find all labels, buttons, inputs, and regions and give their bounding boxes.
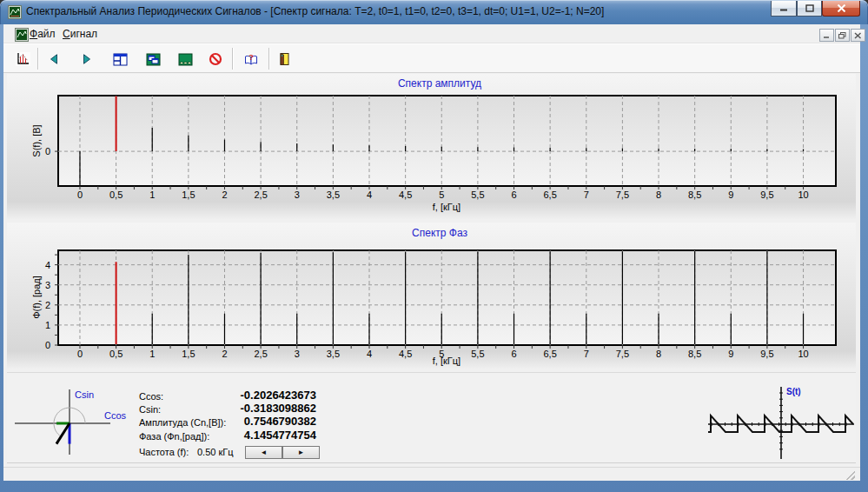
amplitude-x-axis-title: f, [кГц] bbox=[433, 202, 461, 212]
phasor-csin-label: Csin bbox=[75, 389, 94, 400]
minimize-windows-icon bbox=[178, 53, 193, 66]
menu-bar bbox=[3, 24, 860, 43]
stop-button[interactable] bbox=[205, 49, 226, 70]
toolbar bbox=[3, 43, 860, 73]
phase-y-axis-title: Ф(f), [рад] bbox=[31, 276, 42, 319]
menu-signal-hotkey: С bbox=[63, 28, 70, 40]
tile-windows-icon bbox=[113, 53, 128, 66]
x-tick-label: 8 bbox=[656, 189, 661, 200]
menu-file-hotkey: Ф bbox=[30, 28, 37, 40]
x-tick-label: 6,5 bbox=[543, 349, 556, 359]
menu-signal-label: игнал bbox=[70, 28, 97, 40]
menu-signal[interactable]: Сигнал bbox=[57, 26, 103, 42]
next-harmonic-icon bbox=[81, 53, 93, 65]
mdi-restore-button[interactable] bbox=[835, 29, 850, 42]
x-tick-label: 0 bbox=[77, 189, 83, 200]
x-tick-label: 1,5 bbox=[182, 189, 195, 200]
cascade-windows-icon bbox=[146, 53, 161, 66]
menu-file-label: айл bbox=[37, 28, 55, 40]
prev-harmonic-button[interactable] bbox=[43, 49, 64, 70]
application-window: Спектральный Анализ Периодических Сигнал… bbox=[0, 0, 868, 492]
waveform-label: S(t) bbox=[786, 387, 801, 396]
ccos-value: -0.2026423673 bbox=[209, 389, 316, 402]
x-tick-label: 6 bbox=[511, 349, 516, 359]
minimize-windows-button[interactable] bbox=[175, 49, 195, 70]
help-button[interactable]: ? bbox=[241, 49, 262, 70]
x-tick-label: 7 bbox=[584, 349, 589, 359]
x-tick-label: 8 bbox=[656, 349, 661, 359]
prev-harmonic-icon bbox=[48, 53, 60, 65]
amplitude-chart-title: Спектр амплитуд bbox=[398, 77, 481, 90]
prev-frequency-button[interactable]: ◄ bbox=[245, 446, 282, 459]
maximize-button[interactable] bbox=[797, 1, 822, 17]
maximize-icon bbox=[805, 4, 814, 12]
phase-label: Фаза (Фn,[рад]): bbox=[139, 431, 209, 442]
amplitude-value: 0.7546790382 bbox=[209, 415, 316, 428]
frequency-value: 0.50 кГц bbox=[197, 447, 234, 457]
csin-label: Csin: bbox=[139, 404, 161, 415]
x-tick-label: 3 bbox=[295, 349, 300, 359]
tile-windows-button[interactable] bbox=[109, 49, 130, 70]
menu-file[interactable]: Файл bbox=[24, 26, 61, 42]
phase-spectrum-chart: Спектр Фаз 00,511,522,533,544,555,566,57… bbox=[7, 223, 856, 369]
x-tick-label: 7,5 bbox=[616, 189, 629, 200]
svg-text:?: ? bbox=[248, 53, 254, 62]
status-bar bbox=[3, 467, 860, 481]
mdi-close-icon bbox=[854, 32, 862, 39]
minimize-icon bbox=[779, 4, 788, 12]
x-tick-label: 9,5 bbox=[760, 189, 773, 200]
window-title: Спектральный Анализ Периодических Сигнал… bbox=[26, 5, 739, 17]
close-icon bbox=[837, 4, 846, 12]
phase-x-axis-title: f, [кГц] bbox=[433, 356, 461, 366]
app-icon bbox=[8, 5, 22, 23]
phasor-vector bbox=[56, 423, 70, 444]
x-tick-label: 9 bbox=[728, 349, 733, 359]
mdi-close-button[interactable] bbox=[851, 29, 865, 42]
y-tick-label: 1 bbox=[45, 320, 50, 330]
signal-waveform-preview: S(t) bbox=[701, 382, 856, 462]
exit-button[interactable] bbox=[274, 49, 295, 70]
amplitude-spectrum-chart: Спектр амплитуд 00,511,522,533,544,555,5… bbox=[7, 74, 856, 219]
minimize-button[interactable] bbox=[771, 1, 797, 17]
csin-value: -0.3183098862 bbox=[209, 402, 316, 415]
x-tick-label: 8,5 bbox=[688, 349, 701, 359]
mdi-restore-icon bbox=[838, 32, 846, 39]
title-bar[interactable]: Спектральный Анализ Периодических Сигнал… bbox=[0, 0, 868, 24]
x-tick-label: 9 bbox=[728, 189, 733, 200]
x-tick-label: 10 bbox=[798, 349, 808, 359]
amplitude-y-axis-title: S(f), [В] bbox=[31, 124, 42, 156]
x-tick-label: 4 bbox=[367, 349, 372, 359]
close-button[interactable] bbox=[822, 1, 860, 17]
toolbar-separator bbox=[37, 48, 39, 70]
x-tick-label: 6,5 bbox=[543, 189, 556, 200]
x-tick-label: 0,5 bbox=[109, 189, 123, 200]
mdi-minimize-icon bbox=[823, 32, 831, 39]
y-tick-label: 0 bbox=[45, 146, 50, 156]
right-arrow-icon: ► bbox=[298, 449, 305, 456]
phase-value: 4.1454774754 bbox=[209, 429, 316, 442]
cascade-windows-button[interactable] bbox=[142, 49, 163, 70]
x-tick-label: 1,5 bbox=[182, 349, 195, 359]
toolbar-separator bbox=[232, 48, 234, 70]
x-tick-label: 2 bbox=[222, 189, 227, 200]
frequency-label: Частота (f): bbox=[139, 447, 189, 457]
stop-icon bbox=[209, 52, 222, 66]
x-tick-label: 2,5 bbox=[254, 349, 267, 359]
x-tick-label: 1 bbox=[149, 349, 155, 359]
x-tick-label: 2,5 bbox=[254, 189, 267, 200]
spectrum-chart-icon bbox=[16, 52, 30, 66]
x-tick-label: 3,5 bbox=[327, 349, 340, 359]
y-tick-label: 3 bbox=[45, 280, 50, 290]
mdi-minimize-button[interactable] bbox=[819, 29, 834, 42]
x-tick-label: 7 bbox=[584, 189, 589, 200]
next-frequency-button[interactable]: ► bbox=[282, 446, 320, 459]
y-tick-label: 4 bbox=[45, 260, 50, 270]
x-tick-label: 0,5 bbox=[109, 349, 123, 359]
x-tick-label: 3 bbox=[295, 189, 300, 200]
exit-door-icon bbox=[278, 52, 291, 66]
spectrum-chart-button[interactable] bbox=[12, 49, 33, 70]
y-tick-label: 0 bbox=[45, 340, 50, 350]
ccos-label: Ccos: bbox=[139, 391, 163, 402]
x-tick-label: 5,5 bbox=[471, 349, 484, 359]
next-harmonic-button[interactable] bbox=[76, 49, 97, 70]
